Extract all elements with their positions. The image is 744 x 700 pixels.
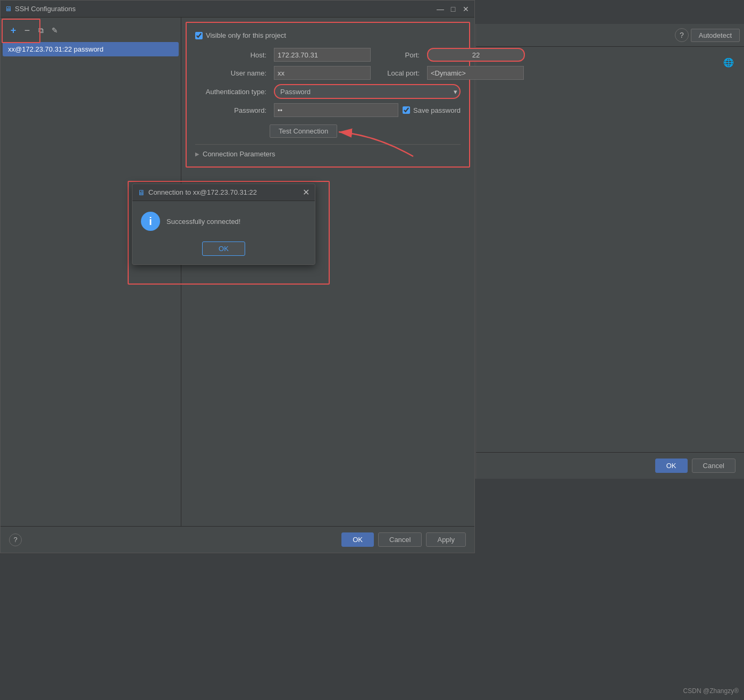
- visible-only-checkbox[interactable]: [195, 32, 203, 39]
- maximize-button[interactable]: □: [449, 5, 457, 13]
- password-label: Password:: [195, 106, 270, 114]
- auth-type-label: Authentication type:: [195, 88, 270, 96]
- right-ok-button[interactable]: OK: [655, 459, 688, 473]
- visible-only-label: Visible only for this project: [206, 31, 286, 39]
- connection-params-label: Connection Parameters: [203, 150, 275, 158]
- popup-footer: OK: [132, 241, 315, 264]
- dialog-controls: — □ ✕: [436, 5, 470, 13]
- ssh-dialog-titlebar: 🖥 SSH Configurations — □ ✕: [1, 1, 474, 18]
- host-input[interactable]: [274, 48, 371, 62]
- help-button[interactable]: ?: [9, 534, 22, 546]
- ssh-dialog: 🖥 SSH Configurations — □ ✕ + − ⧉ ✎: [0, 0, 475, 553]
- ssh-sidebar: + − ⧉ ✎ xx@172.23.70.31:22 password: [1, 18, 181, 526]
- save-password-checkbox[interactable]: [403, 106, 410, 114]
- popup-ok-button[interactable]: OK: [202, 241, 245, 256]
- ssh-config-panel: Visible only for this project Host: Port…: [181, 18, 474, 526]
- right-panel-footer: OK Cancel: [476, 452, 744, 479]
- local-port-input[interactable]: [427, 66, 524, 80]
- auth-select-wrapper: Password Key pair ▾: [274, 84, 461, 99]
- remove-config-button[interactable]: −: [21, 24, 34, 37]
- right-panel-toolbar: ? Autodetect: [476, 24, 744, 47]
- right-cancel-button[interactable]: Cancel: [692, 459, 735, 473]
- right-help-button[interactable]: ?: [675, 28, 689, 42]
- local-port-label: Local port:: [375, 69, 423, 77]
- add-config-button[interactable]: +: [7, 24, 20, 37]
- popup-body: i Successfully connected!: [132, 201, 315, 241]
- popup-titlebar: 🖥 Connection to xx@172.23.70.31:22 ✕: [132, 184, 315, 201]
- ssh-icon: 🖥: [5, 5, 12, 13]
- autodetect-button[interactable]: Autodetect: [691, 29, 740, 42]
- test-connection-button[interactable]: Test Connection: [270, 124, 337, 138]
- auth-type-select[interactable]: Password Key pair: [274, 84, 461, 99]
- right-panel: ? Autodetect 🌐 OK Cancel: [475, 24, 744, 479]
- save-password-label: Save password: [413, 106, 461, 114]
- password-row: Password: Save password: [195, 103, 461, 117]
- popup-message: Successfully connected!: [166, 218, 240, 226]
- edit-config-button[interactable]: ✎: [48, 24, 61, 37]
- watermark: CSDN @Zhangzy®: [683, 687, 739, 695]
- globe-button[interactable]: 🌐: [722, 55, 735, 69]
- popup-title-group: 🖥 Connection to xx@172.23.70.31:22: [138, 188, 257, 197]
- ssh-dialog-title-group: 🖥 SSH Configurations: [5, 5, 76, 13]
- config-item-label: xx@172.23.70.31:22 password: [8, 45, 103, 53]
- ssh-config-item[interactable]: xx@172.23.70.31:22 password: [3, 42, 179, 56]
- info-icon: i: [141, 212, 160, 231]
- popup-title-text: Connection to xx@172.23.70.31:22: [148, 188, 257, 196]
- sidebar-toolbar: + − ⧉ ✎: [5, 22, 177, 40]
- minimize-button[interactable]: —: [436, 5, 445, 13]
- popup-ssh-icon: 🖥: [138, 188, 145, 197]
- popup-close-button[interactable]: ✕: [303, 187, 310, 197]
- auth-type-row: Authentication type: Password Key pair ▾: [195, 84, 461, 99]
- dialog-title-text: SSH Configurations: [15, 5, 76, 13]
- username-localport-row: User name: Local port:: [195, 66, 461, 80]
- password-input[interactable]: [274, 103, 398, 117]
- username-label: User name:: [195, 69, 270, 77]
- visible-only-row: Visible only for this project: [195, 31, 461, 39]
- ssh-dialog-footer: ? OK Cancel Apply: [1, 526, 474, 553]
- port-input[interactable]: [427, 48, 525, 62]
- host-label: Host:: [195, 51, 270, 59]
- cancel-button[interactable]: Cancel: [378, 532, 422, 547]
- port-label: Port:: [375, 51, 423, 59]
- connection-popup: 🖥 Connection to xx@172.23.70.31:22 ✕ i S…: [132, 184, 315, 265]
- test-connection-row: Test Connection: [195, 124, 461, 138]
- save-password-group: Save password: [403, 106, 461, 114]
- ssh-dialog-body: + − ⧉ ✎ xx@172.23.70.31:22 password Visi…: [1, 18, 474, 526]
- host-port-row: Host: Port:: [195, 48, 461, 62]
- apply-button[interactable]: Apply: [426, 532, 466, 547]
- close-button[interactable]: ✕: [462, 5, 470, 13]
- ok-button[interactable]: OK: [341, 532, 374, 547]
- connection-params-row[interactable]: ▶ Connection Parameters: [195, 144, 461, 158]
- username-input[interactable]: [274, 66, 371, 80]
- config-form-highlight: Visible only for this project Host: Port…: [186, 22, 470, 168]
- expand-icon: ▶: [195, 151, 199, 157]
- copy-config-button[interactable]: ⧉: [35, 24, 47, 37]
